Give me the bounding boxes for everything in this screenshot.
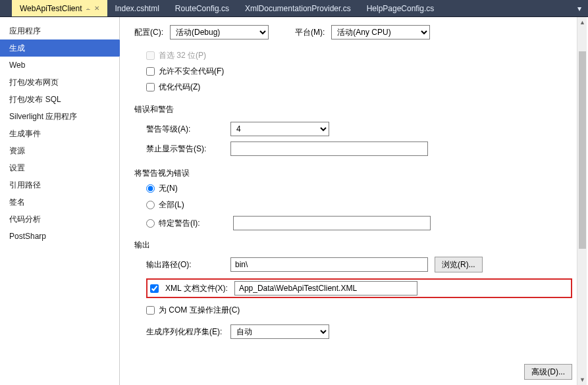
sidebar-item-codeanalysis[interactable]: 代码分析 (0, 211, 119, 228)
prefer32-label: 首选 32 位(P) (159, 50, 206, 61)
sidebar-item-label: 生成 (9, 43, 25, 54)
xmldoc-checkbox[interactable] (150, 284, 159, 293)
sidebar: 应用程序 生成 Web 打包/发布网页 打包/发布 SQL Silverligh… (0, 17, 120, 385)
sidebar-item-label: 资源 (9, 145, 25, 157)
optimize-label: 优化代码(Z) (159, 82, 200, 93)
unsafe-checkbox[interactable] (146, 67, 155, 76)
prefer32-checkbox-row: 首选 32 位(P) (146, 47, 572, 63)
main: 应用程序 生成 Web 打包/发布网页 打包/发布 SQL Silverligh… (0, 17, 588, 385)
tab-xmldoc[interactable]: XmlDocumentationProvider.cs (237, 0, 359, 16)
com-label: 为 COM 互操作注册(C) (159, 305, 240, 316)
sidebar-item-build[interactable]: 生成 (0, 39, 119, 57)
sidebar-item-buildevents[interactable]: 生成事件 (0, 125, 119, 142)
sidebar-item-web[interactable]: Web (0, 57, 119, 74)
serial-select[interactable]: 自动 (230, 324, 329, 339)
general-block: 首选 32 位(P) 允许不安全代码(F) 优化代码(Z) (146, 47, 572, 95)
tab-bar: WebApiTestClient ⫠ ✕ Index.cshtml RouteC… (0, 0, 588, 17)
treat-all-radio[interactable] (146, 201, 155, 209)
config-row: 配置(C): 活动(Debug) 平台(M): 活动(Any CPU) (134, 25, 572, 39)
treat-specific-radio[interactable] (146, 219, 155, 228)
sidebar-item-pubweb[interactable]: 打包/发布网页 (0, 74, 119, 91)
config-label: 配置(C): (134, 27, 163, 38)
treat-all-label: 全部(L) (159, 199, 184, 211)
tab-overflow-icon[interactable]: ▾ (571, 0, 588, 16)
vertical-scrollbar[interactable]: ▲ ▼ (577, 17, 587, 385)
config-select[interactable]: 活动(Debug) (170, 25, 269, 39)
treat-specific-input[interactable] (233, 216, 431, 230)
tab-index[interactable]: Index.cshtml (107, 0, 167, 16)
sidebar-item-label: 打包/发布网页 (9, 77, 59, 88)
sidebar-item-label: Web (9, 61, 25, 70)
tab-label: Index.cshtml (115, 4, 159, 13)
com-checkbox[interactable] (146, 306, 155, 315)
serial-label: 生成序列化程序集(E): (146, 326, 230, 338)
unsafe-label: 允许不安全代码(F) (159, 66, 224, 77)
tab-label: RouteConfig.cs (175, 4, 229, 13)
tab-label: XmlDocumentationProvider.cs (245, 4, 351, 13)
treat-specific-label: 特定警告(I): (159, 218, 200, 229)
sidebar-item-label: 应用程序 (9, 26, 41, 37)
tab-active[interactable]: WebApiTestClient ⫠ ✕ (12, 0, 107, 16)
tab-routeconfig[interactable]: RouteConfig.cs (167, 0, 237, 16)
sidebar-item-app[interactable]: 应用程序 (0, 22, 119, 39)
advanced-button[interactable]: 高级(D)... (524, 364, 572, 380)
output-header: 输出 (134, 240, 572, 251)
outpath-input[interactable] (230, 257, 428, 272)
suppress-label: 禁止显示警告(S): (146, 143, 230, 155)
warnlevel-select[interactable]: 4 (230, 122, 329, 136)
treat-none-row: 无(N) (146, 183, 572, 194)
sidebar-item-settings[interactable]: 设置 (0, 159, 119, 176)
xmldoc-input[interactable] (234, 281, 417, 295)
sidebar-item-label: 打包/发布 SQL (9, 94, 61, 105)
tab-label: WebApiTestClient (20, 4, 82, 13)
tab-helppage[interactable]: HelpPageConfig.cs (359, 0, 442, 16)
prefer32-checkbox (146, 51, 155, 60)
left-gutter (0, 0, 12, 16)
sidebar-item-label: PostSharp (9, 232, 46, 241)
sidebar-item-pubsql[interactable]: 打包/发布 SQL (0, 91, 119, 108)
outpath-label: 输出路径(O): (146, 259, 230, 270)
treat-all-row: 全部(L) (146, 199, 572, 211)
tab-label: HelpPageConfig.cs (367, 4, 435, 13)
sidebar-item-label: 代码分析 (9, 214, 41, 225)
sidebar-item-refpaths[interactable]: 引用路径 (0, 176, 119, 193)
treat-none-radio[interactable] (146, 184, 155, 193)
platform-select[interactable]: 活动(Any CPU) (331, 25, 430, 39)
sidebar-item-label: 签名 (9, 197, 25, 208)
sidebar-item-signing[interactable]: 签名 (0, 193, 119, 211)
platform-label: 平台(M): (295, 27, 325, 38)
panel: 配置(C): 活动(Debug) 平台(M): 活动(Any CPU) 首选 3… (120, 17, 588, 385)
treat-specific-row: 特定警告(I): (146, 216, 572, 230)
sidebar-item-label: 设置 (9, 163, 25, 174)
warnlevel-label: 警告等级(A): (146, 124, 230, 135)
optimize-checkbox[interactable] (146, 83, 155, 91)
sidebar-item-label: 引用路径 (9, 180, 41, 191)
scroll-down-icon[interactable]: ▼ (577, 374, 587, 385)
suppress-input[interactable] (230, 141, 428, 156)
pin-icon[interactable]: ⫠ (85, 5, 92, 12)
treat-none-label: 无(N) (159, 183, 178, 194)
scroll-up-icon[interactable]: ▲ (577, 17, 587, 28)
errwarn-header: 错误和警告 (134, 104, 572, 115)
sidebar-item-label: Silverlight 应用程序 (9, 111, 77, 122)
browse-button[interactable]: 浏览(R)... (435, 257, 483, 272)
xmldoc-label: XML 文档文件(X): (165, 283, 228, 294)
close-icon[interactable]: ✕ (94, 5, 99, 12)
sidebar-item-resources[interactable]: 资源 (0, 142, 119, 159)
scroll-thumb[interactable] (579, 51, 586, 249)
sidebar-item-label: 生成事件 (9, 128, 41, 140)
sidebar-item-silverlight[interactable]: Silverlight 应用程序 (0, 108, 119, 125)
treat-header: 将警告视为错误 (134, 168, 572, 179)
sidebar-item-postsharp[interactable]: PostSharp (0, 228, 119, 245)
